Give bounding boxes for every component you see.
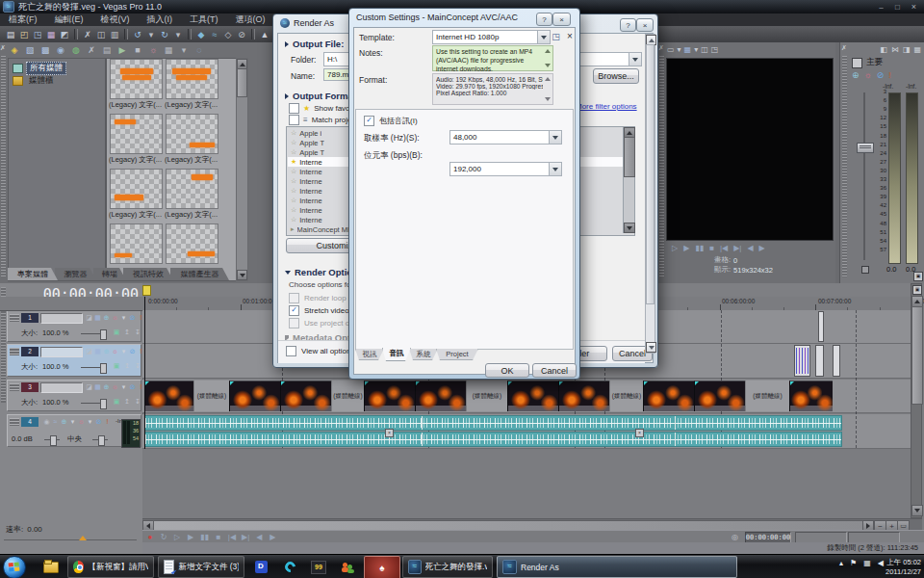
save-project-icon[interactable]: ◳	[31, 28, 44, 41]
paste-icon[interactable]: ▥	[108, 28, 121, 41]
bit-rate-dropdown-icon[interactable]	[549, 163, 561, 175]
track-motion-icon[interactable]: ◪	[85, 347, 93, 356]
master-meter-left[interactable]	[888, 92, 901, 264]
media-thumbnail[interactable]	[167, 60, 218, 98]
level-slider-handle[interactable]	[100, 363, 107, 374]
show-favorites-checkbox[interactable]	[289, 103, 299, 114]
next-frame-button[interactable]: ▶	[269, 533, 276, 541]
track-drag-handle[interactable]	[10, 348, 19, 355]
envelope-node-icon[interactable]: ×	[385, 429, 394, 437]
mute-icon[interactable]: ⊘	[877, 70, 885, 80]
video-event-thumbnail[interactable]	[280, 381, 331, 411]
minimize-button[interactable]: –	[874, 2, 888, 12]
video-event-offline[interactable]: (媒體離線)	[745, 381, 789, 411]
tray-icon-0[interactable]: ▴	[839, 559, 843, 567]
video-event-thumbnail[interactable]	[694, 381, 745, 411]
track-motion-icon[interactable]: ◪	[85, 382, 93, 392]
views-dropdown-icon[interactable]: ▾	[177, 43, 191, 57]
pan-icon[interactable]: ⊕	[102, 313, 111, 323]
make-comp-child-icon[interactable]: ↥	[122, 361, 132, 371]
close-button[interactable]: ×	[636, 18, 654, 32]
track-header-1[interactable]: 1◪▦⊕☼▾⊘!大小:100.0 %▣↥↧	[7, 310, 141, 342]
media-thumbnail[interactable]	[167, 224, 218, 263]
panel-close-icon[interactable]: ✗	[658, 44, 664, 52]
rate-slider-marker[interactable]	[79, 536, 87, 540]
preview-start-icon[interactable]: ▶	[116, 43, 129, 57]
mute-icon[interactable]: ⊘	[128, 382, 137, 392]
redo-dropdown-icon[interactable]: ▾	[171, 28, 185, 41]
edit-cursor[interactable]	[144, 297, 145, 449]
extract-audio-icon[interactable]: ◉	[54, 43, 67, 57]
panel-close-icon[interactable]: ✗	[841, 44, 847, 52]
record-button[interactable]: ●	[146, 533, 154, 541]
track-fx-icon[interactable]: ☼	[77, 417, 86, 427]
tray-icon-1[interactable]: ⚑	[850, 559, 857, 567]
media-thumbnail[interactable]	[167, 170, 218, 208]
template-dropdown-icon[interactable]	[537, 31, 550, 43]
save-template-icon[interactable]: ◳	[550, 30, 562, 42]
bypass-motion-icon[interactable]: ▣	[112, 328, 121, 337]
loop-playback-button[interactable]: ↻	[160, 533, 167, 541]
pan-icon[interactable]: ⊕	[102, 382, 111, 392]
menu-item-4[interactable]: 工具(T)	[181, 13, 227, 26]
help-button[interactable]: ?	[620, 18, 636, 32]
pan-dropdown-icon[interactable]: ▾	[68, 417, 77, 427]
preview-stop-icon[interactable]: ■	[131, 43, 144, 57]
tab-audio[interactable]: 音訊	[382, 348, 411, 361]
video-event-offline[interactable]: (媒體離線)	[609, 381, 643, 411]
bit-rate-combobox[interactable]: 192,000	[449, 162, 562, 176]
stretch-video-checkbox[interactable]: ✓	[289, 305, 299, 316]
video-event-offline[interactable]: (媒體離線)	[331, 381, 364, 411]
make-comp-child-icon[interactable]: ↥	[122, 328, 132, 337]
master-meter-right[interactable]	[906, 92, 918, 264]
insert-bus-icon[interactable]: ◧	[880, 45, 887, 54]
mute-icon[interactable]: ⊘	[128, 313, 137, 323]
level-slider-handle[interactable]	[100, 399, 107, 409]
tab-media-1[interactable]: 瀏覽器	[55, 268, 96, 280]
envelope-node-icon[interactable]: ×	[635, 429, 644, 437]
vegas-window-button[interactable]: ≈死亡之舞的發揮.v...	[402, 556, 493, 578]
audio-event-channel-left[interactable]	[144, 415, 842, 431]
track-name-field[interactable]	[40, 313, 83, 324]
track-drag-handle[interactable]	[10, 418, 19, 426]
ruler-cursor-marker[interactable]	[142, 285, 151, 296]
start-button[interactable]	[2, 555, 27, 578]
panel-grip[interactable]	[659, 56, 664, 277]
play-from-start-button[interactable]: ▷	[173, 533, 181, 541]
video-event-thumbnail[interactable]	[144, 381, 193, 411]
cursor-marker-icon[interactable]: ◎	[732, 533, 738, 541]
tab-settings-0[interactable]: 視訊	[355, 349, 384, 360]
mute-icon[interactable]: ⊘	[128, 347, 137, 356]
preview-quality-dropdown-icon[interactable]: ▾	[678, 45, 681, 54]
tree-item-all-media[interactable]: 所有媒體	[13, 63, 66, 74]
media-fx-icon[interactable]: ☼	[146, 43, 160, 57]
notes-box[interactable]: Use this setting to create an MP4 (AVC/A…	[432, 45, 553, 71]
ok-button[interactable]: OK	[485, 363, 529, 378]
chrome-window-button[interactable]: 【新視窗】請用V...	[67, 556, 154, 578]
counter-app-button[interactable]: 99	[306, 556, 331, 578]
ignore-grouping-icon[interactable]: ⊘	[235, 28, 248, 41]
tab-media-3[interactable]: 視訊特效	[123, 268, 173, 280]
copy-icon[interactable]: ◫	[94, 28, 108, 41]
capture-video-icon[interactable]: ▩	[38, 43, 52, 57]
bypass-motion-icon[interactable]: ▣	[112, 397, 121, 407]
render-as-icon[interactable]: ▦	[44, 28, 58, 41]
include-audio-checkbox[interactable]: ✓	[364, 116, 374, 126]
stop-button[interactable]: ■	[215, 533, 222, 541]
views-icon[interactable]: ▦	[162, 43, 175, 57]
more-filter-options-link[interactable]: More filter options	[576, 102, 637, 111]
track-name-field[interactable]	[40, 382, 83, 393]
fit-meters-icon[interactable]: ⋈	[891, 45, 899, 54]
track-drag-handle[interactable]	[10, 383, 19, 391]
downmix-icon[interactable]: ◨	[903, 45, 911, 54]
video-event-thumbnail[interactable]	[507, 381, 558, 411]
go-to-end-button[interactable]: ▶|	[242, 533, 249, 541]
menu-item-2[interactable]: 檢視(V)	[92, 13, 139, 26]
render-loop-checkbox[interactable]	[289, 293, 299, 303]
make-comp-parent-icon[interactable]: ↧	[133, 397, 142, 407]
tab-settings-2[interactable]: 系統	[409, 349, 438, 360]
help-button[interactable]: ?	[536, 13, 552, 26]
track-header-4[interactable]: 4◉≈⊕▾☼▾⊘!-Inf.0.0 dB中央183654	[7, 414, 141, 447]
level-slider-handle[interactable]	[100, 329, 107, 340]
track-header-2[interactable]: 2◪▦⊕☼▾⊘!大小:100.0 %▣↥↧	[7, 344, 141, 377]
